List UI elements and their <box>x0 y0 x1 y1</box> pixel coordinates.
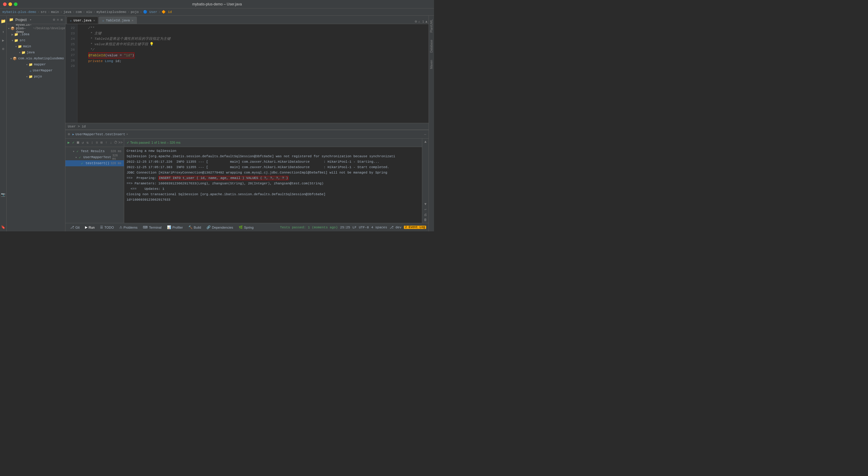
breadcrumb-user[interactable]: 🔵 User <box>143 10 157 14</box>
maximize-button[interactable] <box>14 2 18 6</box>
sort-btn2[interactable]: ↕ <box>90 140 94 146</box>
dependencies-btn[interactable]: 🔗 Dependencies <box>204 225 236 230</box>
breadcrumb-pojo[interactable]: pojo <box>131 10 138 14</box>
breadcrumb-java[interactable]: java <box>63 10 71 14</box>
tree-com[interactable]: ▾ 📦 com.xiu.mybatisplusdemo <box>7 56 65 61</box>
output-line-7: <== Updates: 1 <box>127 186 420 192</box>
git-icon: ⎇ <box>70 225 74 229</box>
editor-area: ☕ User.java ✕ ☕ TableId.java ✕ ⚙ ⚠ 1 ▲ 2… <box>65 16 429 231</box>
bulb-icon[interactable]: 💡 <box>150 42 154 46</box>
run-output-panel: ✓ Tests passed: 1 of 1 test – 326 ms Cre… <box>124 138 422 223</box>
run-settings-icon[interactable]: ⚙ <box>68 132 70 136</box>
down-btn[interactable]: ↓ <box>109 140 113 146</box>
profiler-btn[interactable]: 📊 Profiler <box>164 225 185 230</box>
expand-btn[interactable]: ⊞ <box>99 140 104 146</box>
dependencies-icon: 🔗 <box>207 225 211 229</box>
up-btn[interactable]: ↑ <box>104 140 108 146</box>
run-icon-left[interactable]: ▶ <box>0 37 6 43</box>
panel-close-icon[interactable]: — <box>424 132 426 136</box>
run-toolbar: ▶ ✓ ⏹ ↺ ⇅ ↕ ≡ ⊞ ↑ ↓ ⏱ >> <box>65 138 124 147</box>
breadcrumb-project[interactable]: mybatis-plus-demo <box>2 10 36 14</box>
output-line-2: 2022-12-25 17:05:17.226 INFO 11355 --- [… <box>127 159 420 164</box>
stop-btn[interactable]: ⏹ <box>76 140 80 146</box>
close-button[interactable] <box>3 2 7 6</box>
project-sidebar: 📁 Project ▾ ⚙ ≡ ⊞ ▾ 📦 mybatis-plus-demo … <box>7 16 65 231</box>
check-btn[interactable]: ✓ <box>71 140 76 146</box>
run-label: Run <box>89 226 95 229</box>
tree-main[interactable]: ▾ 📁 main <box>7 43 65 50</box>
spring-btn[interactable]: 🌿 Spring <box>236 225 256 230</box>
sort-btn[interactable]: ⇅ <box>85 140 90 146</box>
breadcrumb-id[interactable]: 🔶 id <box>161 10 172 14</box>
problems-btn[interactable]: ⚠ Problems <box>117 225 140 230</box>
tree-mapper[interactable]: ▾ 📁 mapper <box>7 61 65 67</box>
tree-idea[interactable]: ▶ 📁 .idea <box>7 31 65 37</box>
editor-expand-icon[interactable]: ▲ <box>425 20 427 24</box>
left-panel-icons: 📁 ⬆ ▶ ⚙ 📷 🔖 <box>0 16 7 231</box>
code-line-24: * TableId是将这个属性所对应的字段指定为主键 <box>80 36 426 41</box>
minimize-button[interactable] <box>8 2 12 6</box>
output-line-9: id=1606939123662917633 <box>127 197 420 202</box>
clock-btn[interactable]: ⏱ <box>114 140 118 146</box>
breadcrumb-xiu[interactable]: xiu <box>86 10 92 14</box>
more-btn[interactable]: >> <box>119 140 123 146</box>
tab-close-user[interactable]: ✕ <box>93 19 95 22</box>
todo-btn[interactable]: ☰ TODO <box>98 225 116 230</box>
run-tab-label: UserMapperTest.testInsert <box>75 132 125 136</box>
test-item-results[interactable]: ▾ ✓ Test Results 326 ms <box>65 148 124 154</box>
scroll-up-icon[interactable]: ▲ <box>424 140 427 144</box>
tree-usermapper[interactable]: ☕ UserMapper <box>7 67 65 73</box>
tab-label-user: User.java <box>73 19 91 22</box>
sidebar-collapse-icon[interactable]: ≡ <box>57 18 59 22</box>
maven-label[interactable]: Maven <box>430 59 433 70</box>
git-btn[interactable]: ⎇ Git <box>68 225 82 230</box>
code-content[interactable]: /** * 主键 * TableId是将这个属性所对应的字段指定为主键 * va… <box>78 24 429 123</box>
run-tab-active[interactable]: ▶ UserMapperTest.testInsert ✕ <box>72 132 128 136</box>
plantuml-label[interactable]: PlantUML <box>430 18 433 34</box>
project-icon[interactable]: 📁 <box>0 18 6 24</box>
commit-icon[interactable]: ⬆ <box>0 29 6 35</box>
output-print[interactable]: 🖨 <box>424 213 427 217</box>
run-btn-bottom[interactable]: ▶ Run <box>83 225 97 230</box>
sidebar-settings-icon[interactable]: ⚙ <box>53 18 55 22</box>
filter-btn[interactable]: ≡ <box>95 140 99 146</box>
problems-icon: ⚠ <box>119 225 122 229</box>
tab-close-tableid[interactable]: ✕ <box>132 19 133 22</box>
camera-icon[interactable]: 📷 <box>0 192 6 198</box>
output-word-wrap[interactable]: ↩ <box>424 208 427 212</box>
tree-pojo[interactable]: ▾ 📁 pojo <box>7 73 65 80</box>
code-editor[interactable]: 22 23 24 25 26 27 28 29 /** * 主键 * Table… <box>65 24 429 123</box>
run-btn[interactable]: ▶ <box>67 140 71 146</box>
editor-warning-icon[interactable]: ⚠ 1 <box>418 20 424 24</box>
build-btn[interactable]: 🔨 Build <box>186 225 204 230</box>
tab-tableid-java[interactable]: ☕ TableId.java ✕ <box>99 17 136 24</box>
breadcrumb-mybatisplusdemo[interactable]: mybatisplusdemo <box>96 10 126 14</box>
tab-user-java[interactable]: ☕ User.java ✕ <box>67 17 98 24</box>
tree-java[interactable]: ▾ 📁 java <box>7 50 65 56</box>
tree-src[interactable]: ▾ 📁 src <box>7 37 65 43</box>
output-line-0: Creating a new SqlSession <box>127 148 420 154</box>
bookmarks-icon[interactable]: 🔖 <box>0 224 6 230</box>
terminal-btn[interactable]: ⌨ Terminal <box>141 225 164 230</box>
breadcrumb-src[interactable]: src <box>41 10 47 14</box>
scroll-down-icon[interactable]: ▼ <box>424 202 427 207</box>
breadcrumb-com[interactable]: com <box>76 10 82 14</box>
status-lf: LF <box>352 226 356 229</box>
status-time: 25:25 <box>340 226 350 229</box>
git-icon[interactable]: ⚙ <box>0 46 6 52</box>
tests-status: Tests passed: 1 (moments ago) <box>280 226 338 229</box>
test-item-insert[interactable]: ✓ testInsert() 326 ms <box>65 160 124 166</box>
output-trash[interactable]: 🗑 <box>424 218 427 222</box>
event-log-badge[interactable]: 2 Event Log <box>404 226 426 229</box>
rerun-btn[interactable]: ↺ <box>81 140 85 146</box>
breadcrumb-main[interactable]: main <box>51 10 59 14</box>
run-output-content[interactable]: Creating a new SqlSession SqlSession [or… <box>124 147 422 223</box>
database-label[interactable]: Database <box>430 38 433 54</box>
tree-root[interactable]: ▾ 📦 mybatis-plus-demo ~/Desktop/developm… <box>7 25 65 31</box>
status-right: Tests passed: 1 (moments ago) 25:25 LF U… <box>280 225 426 229</box>
test-item-mapper[interactable]: ▾ ✓ UserMapperTest 326 ms <box>65 154 124 160</box>
sidebar-layout-icon[interactable]: ⊞ <box>61 18 63 22</box>
run-tab-icon: ▶ <box>72 132 74 136</box>
editor-settings-icon[interactable]: ⚙ <box>415 19 417 24</box>
run-tab-close[interactable]: ✕ <box>126 132 128 136</box>
